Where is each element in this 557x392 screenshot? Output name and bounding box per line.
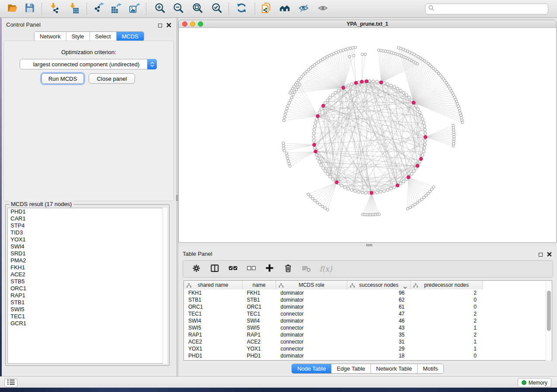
run-mcds-button[interactable]: Run MCDS — [42, 73, 84, 84]
mcds-result-item[interactable]: YOX1 — [8, 236, 167, 243]
table-row[interactable]: SWI5SWI5connector431 — [184, 324, 552, 331]
hide-panel-button[interactable] — [296, 1, 311, 16]
mcds-result-item[interactable]: ACE2 — [8, 271, 167, 278]
mcds-result-group: MCDS result (17 nodes) PHD1CAR1STP4TID3Y… — [5, 204, 170, 366]
task-history-button[interactable] — [4, 378, 17, 387]
mcds-node[interactable] — [396, 184, 399, 187]
search-input[interactable] — [436, 6, 545, 13]
mcds-node[interactable] — [360, 80, 363, 83]
tab-mcds[interactable]: MCDS — [117, 32, 144, 41]
refresh-button[interactable] — [234, 1, 249, 16]
tab-network-table[interactable]: Network Table — [371, 364, 418, 373]
criterion-select[interactable]: largest connected component (undirected) — [20, 59, 157, 69]
column-header-MCDS-role[interactable]: MCDS role — [276, 281, 347, 289]
mcds-node[interactable] — [316, 114, 320, 118]
import-table-button[interactable] — [66, 1, 81, 16]
column-header-name[interactable]: name — [242, 281, 276, 289]
toggle-columns-button[interactable] — [209, 264, 220, 274]
mcds-node[interactable] — [314, 150, 318, 153]
mcds-result-item[interactable]: GCR1 — [8, 320, 167, 327]
mcds-result-item[interactable]: STB5 — [8, 278, 167, 285]
export-image-button[interactable] — [127, 1, 142, 16]
cell-name: TEC1 — [242, 310, 276, 317]
mcds-node[interactable] — [370, 191, 374, 195]
mcds-result-item[interactable]: SWI5 — [8, 306, 167, 313]
mcds-result-item[interactable]: FKH1 — [8, 264, 167, 271]
tab-select[interactable]: Select — [90, 32, 117, 41]
zoom-out-button[interactable] — [170, 1, 186, 16]
show-panel-button[interactable] — [315, 1, 331, 16]
table-settings-button[interactable] — [191, 264, 201, 274]
search-sites-button[interactable] — [277, 1, 293, 16]
cell-shared-name: ACE2 — [184, 338, 242, 345]
tab-motifs[interactable]: Motifs — [418, 364, 443, 373]
zoom-fit-button[interactable] — [190, 1, 205, 16]
horizontal-splitter-handle[interactable] — [366, 244, 372, 246]
close-panel-button[interactable]: Close panel — [89, 73, 135, 84]
mcds-node[interactable] — [416, 164, 419, 168]
mcds-node[interactable] — [407, 175, 410, 179]
memory-button[interactable]: Memory — [518, 378, 551, 387]
mcds-result-item[interactable]: RAP1 — [8, 292, 167, 299]
select-all-rows-button[interactable] — [228, 264, 238, 274]
mcds-node[interactable] — [412, 101, 415, 104]
mcds-node[interactable] — [342, 86, 345, 89]
tab-network[interactable]: Network — [35, 32, 66, 41]
mcds-node[interactable] — [365, 79, 369, 83]
table-row[interactable]: SWI4SWI4dominator462 — [184, 317, 552, 324]
close-panel-icon[interactable] — [547, 251, 552, 258]
mcds-node[interactable] — [322, 104, 325, 108]
mcds-result-item[interactable]: CAR1 — [8, 215, 167, 222]
zoom-in-button[interactable] — [152, 1, 168, 16]
mcds-node[interactable] — [419, 157, 423, 161]
float-panel-icon[interactable] — [158, 24, 162, 28]
close-panel-icon[interactable] — [166, 21, 171, 29]
import-network-button[interactable] — [46, 1, 62, 16]
mcds-list-scrollbar[interactable] — [163, 208, 167, 364]
delete-columns-button[interactable] — [283, 264, 293, 274]
mcds-result-item[interactable]: STP4 — [8, 222, 167, 229]
table-row[interactable]: ORC1ORC1dominator610 — [184, 303, 552, 310]
create-column-button[interactable] — [264, 264, 275, 274]
export-network-button[interactable] — [91, 1, 107, 16]
network-graph[interactable] — [179, 28, 557, 243]
float-panel-icon[interactable] — [539, 253, 543, 257]
tab-edge-table[interactable]: Edge Table — [332, 364, 371, 373]
mcds-result-item[interactable]: PMA2 — [8, 257, 167, 264]
mcds-result-item[interactable]: TID3 — [8, 229, 167, 236]
column-header-successor-nodes[interactable]: successor nodes — [347, 281, 411, 289]
table-row[interactable]: STB1STB1dominator620 — [184, 296, 552, 303]
mcds-result-item[interactable]: SRD1 — [8, 250, 167, 257]
open-session-button[interactable] — [4, 1, 20, 16]
save-session-button[interactable] — [22, 1, 38, 16]
deselect-all-rows-button[interactable] — [246, 264, 256, 274]
export-table-button[interactable] — [108, 1, 124, 16]
table-scrollbar-thumb[interactable] — [547, 291, 551, 331]
table-row[interactable]: PHD1PHD1dominator180 — [184, 352, 552, 359]
table-row[interactable]: TEC1TEC1connector472 — [184, 310, 552, 317]
mcds-result-item[interactable]: ORC1 — [8, 285, 167, 292]
table-row[interactable]: FKH1FKH1dominator962 — [184, 289, 552, 296]
mcds-result-item[interactable]: PHD1 — [8, 208, 167, 215]
mcds-node[interactable] — [335, 181, 339, 184]
column-header-predecessor-nodes[interactable]: predecessor nodes — [411, 281, 483, 289]
mcds-result-item[interactable]: STB1 — [8, 299, 167, 306]
table-row[interactable]: ACE2ACE2connector311 — [184, 338, 552, 345]
mcds-node[interactable] — [380, 81, 383, 84]
table-row[interactable]: RAP1RAP1dominator352 — [184, 331, 552, 338]
zoom-selected-button[interactable] — [209, 1, 225, 16]
mcds-result-list[interactable]: PHD1CAR1STP4TID3YOX1SWI4SRD1PMA2FKH1ACE2… — [7, 208, 167, 364]
search-field[interactable] — [425, 3, 548, 14]
network-from-selection-button[interactable] — [258, 1, 274, 16]
column-header-shared-name[interactable]: shared name — [184, 281, 242, 289]
tab-style[interactable]: Style — [66, 32, 90, 41]
mcds-node[interactable] — [312, 143, 316, 147]
mcds-result-item[interactable]: TEC1 — [8, 313, 167, 320]
network-window-titlebar[interactable]: YPA_prune.txt_1 — [179, 20, 556, 28]
mcds-result-item[interactable]: SWI4 — [8, 243, 167, 250]
mcds-node[interactable] — [354, 81, 358, 85]
mcds-node[interactable] — [424, 135, 427, 139]
tab-node-table[interactable]: Node Table — [292, 364, 332, 373]
table-scrollbar[interactable] — [546, 281, 551, 361]
table-row[interactable]: YOX1YOX1connector291 — [184, 345, 552, 352]
